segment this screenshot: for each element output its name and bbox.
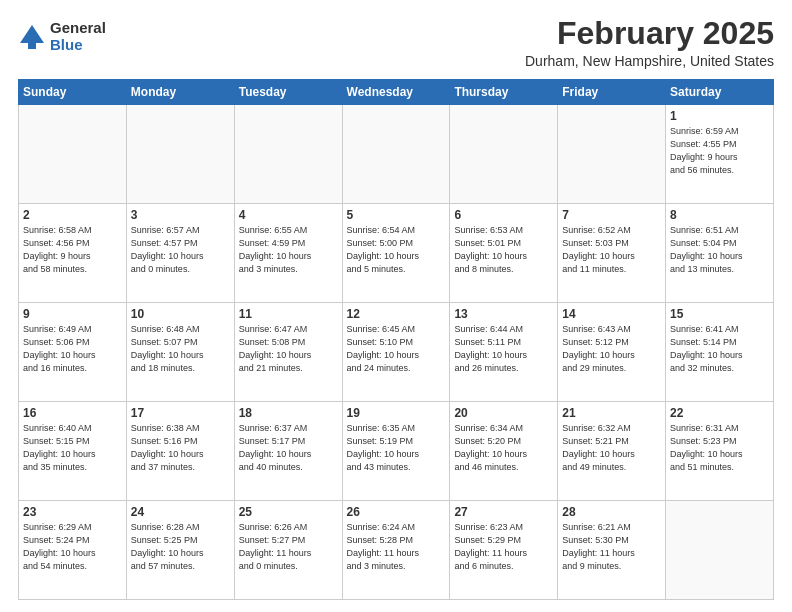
day-info: Sunrise: 6:41 AM Sunset: 5:14 PM Dayligh… — [670, 323, 769, 375]
calendar-week-row: 2Sunrise: 6:58 AM Sunset: 4:56 PM Daylig… — [19, 204, 774, 303]
header: General Blue February 2025 Durham, New H… — [18, 16, 774, 69]
day-info: Sunrise: 6:34 AM Sunset: 5:20 PM Dayligh… — [454, 422, 553, 474]
calendar-cell: 14Sunrise: 6:43 AM Sunset: 5:12 PM Dayli… — [558, 303, 666, 402]
day-number: 18 — [239, 406, 338, 420]
calendar-cell: 11Sunrise: 6:47 AM Sunset: 5:08 PM Dayli… — [234, 303, 342, 402]
calendar-cell: 17Sunrise: 6:38 AM Sunset: 5:16 PM Dayli… — [126, 402, 234, 501]
day-number: 25 — [239, 505, 338, 519]
day-info: Sunrise: 6:26 AM Sunset: 5:27 PM Dayligh… — [239, 521, 338, 573]
calendar-cell: 5Sunrise: 6:54 AM Sunset: 5:00 PM Daylig… — [342, 204, 450, 303]
day-info: Sunrise: 6:24 AM Sunset: 5:28 PM Dayligh… — [347, 521, 446, 573]
logo-general: General — [50, 20, 106, 37]
calendar-cell: 24Sunrise: 6:28 AM Sunset: 5:25 PM Dayli… — [126, 501, 234, 600]
calendar-cell — [234, 105, 342, 204]
calendar-cell: 6Sunrise: 6:53 AM Sunset: 5:01 PM Daylig… — [450, 204, 558, 303]
calendar-week-row: 1Sunrise: 6:59 AM Sunset: 4:55 PM Daylig… — [19, 105, 774, 204]
day-number: 13 — [454, 307, 553, 321]
calendar-cell — [342, 105, 450, 204]
day-number: 4 — [239, 208, 338, 222]
calendar-cell — [450, 105, 558, 204]
calendar-cell: 2Sunrise: 6:58 AM Sunset: 4:56 PM Daylig… — [19, 204, 127, 303]
calendar-cell: 3Sunrise: 6:57 AM Sunset: 4:57 PM Daylig… — [126, 204, 234, 303]
day-number: 6 — [454, 208, 553, 222]
day-number: 10 — [131, 307, 230, 321]
calendar-cell: 8Sunrise: 6:51 AM Sunset: 5:04 PM Daylig… — [666, 204, 774, 303]
calendar-table: SundayMondayTuesdayWednesdayThursdayFrid… — [18, 79, 774, 600]
day-info: Sunrise: 6:55 AM Sunset: 4:59 PM Dayligh… — [239, 224, 338, 276]
calendar-cell: 13Sunrise: 6:44 AM Sunset: 5:11 PM Dayli… — [450, 303, 558, 402]
page: General Blue February 2025 Durham, New H… — [0, 0, 792, 612]
calendar-cell: 25Sunrise: 6:26 AM Sunset: 5:27 PM Dayli… — [234, 501, 342, 600]
calendar-day-header: Sunday — [19, 80, 127, 105]
day-info: Sunrise: 6:58 AM Sunset: 4:56 PM Dayligh… — [23, 224, 122, 276]
location: Durham, New Hampshire, United States — [525, 53, 774, 69]
calendar-cell: 26Sunrise: 6:24 AM Sunset: 5:28 PM Dayli… — [342, 501, 450, 600]
calendar-cell: 20Sunrise: 6:34 AM Sunset: 5:20 PM Dayli… — [450, 402, 558, 501]
day-number: 8 — [670, 208, 769, 222]
calendar-day-header: Friday — [558, 80, 666, 105]
day-info: Sunrise: 6:40 AM Sunset: 5:15 PM Dayligh… — [23, 422, 122, 474]
day-number: 26 — [347, 505, 446, 519]
calendar-cell: 4Sunrise: 6:55 AM Sunset: 4:59 PM Daylig… — [234, 204, 342, 303]
calendar-cell: 21Sunrise: 6:32 AM Sunset: 5:21 PM Dayli… — [558, 402, 666, 501]
day-info: Sunrise: 6:29 AM Sunset: 5:24 PM Dayligh… — [23, 521, 122, 573]
logo-icon — [18, 23, 46, 51]
day-info: Sunrise: 6:32 AM Sunset: 5:21 PM Dayligh… — [562, 422, 661, 474]
day-info: Sunrise: 6:49 AM Sunset: 5:06 PM Dayligh… — [23, 323, 122, 375]
day-number: 22 — [670, 406, 769, 420]
day-number: 20 — [454, 406, 553, 420]
calendar-week-row: 9Sunrise: 6:49 AM Sunset: 5:06 PM Daylig… — [19, 303, 774, 402]
day-number: 23 — [23, 505, 122, 519]
day-number: 28 — [562, 505, 661, 519]
day-number: 16 — [23, 406, 122, 420]
calendar-day-header: Wednesday — [342, 80, 450, 105]
day-info: Sunrise: 6:47 AM Sunset: 5:08 PM Dayligh… — [239, 323, 338, 375]
calendar-day-header: Saturday — [666, 80, 774, 105]
day-info: Sunrise: 6:53 AM Sunset: 5:01 PM Dayligh… — [454, 224, 553, 276]
day-info: Sunrise: 6:35 AM Sunset: 5:19 PM Dayligh… — [347, 422, 446, 474]
logo-text: General Blue — [50, 20, 106, 53]
day-number: 21 — [562, 406, 661, 420]
svg-rect-1 — [28, 43, 36, 49]
day-number: 3 — [131, 208, 230, 222]
calendar-cell: 7Sunrise: 6:52 AM Sunset: 5:03 PM Daylig… — [558, 204, 666, 303]
calendar-cell — [558, 105, 666, 204]
day-number: 14 — [562, 307, 661, 321]
day-number: 27 — [454, 505, 553, 519]
day-number: 17 — [131, 406, 230, 420]
calendar-cell — [126, 105, 234, 204]
day-number: 19 — [347, 406, 446, 420]
day-number: 7 — [562, 208, 661, 222]
day-info: Sunrise: 6:48 AM Sunset: 5:07 PM Dayligh… — [131, 323, 230, 375]
svg-marker-0 — [20, 25, 44, 43]
day-number: 5 — [347, 208, 446, 222]
calendar-cell: 12Sunrise: 6:45 AM Sunset: 5:10 PM Dayli… — [342, 303, 450, 402]
day-info: Sunrise: 6:59 AM Sunset: 4:55 PM Dayligh… — [670, 125, 769, 177]
day-info: Sunrise: 6:38 AM Sunset: 5:16 PM Dayligh… — [131, 422, 230, 474]
calendar-cell: 18Sunrise: 6:37 AM Sunset: 5:17 PM Dayli… — [234, 402, 342, 501]
calendar-cell: 15Sunrise: 6:41 AM Sunset: 5:14 PM Dayli… — [666, 303, 774, 402]
day-info: Sunrise: 6:31 AM Sunset: 5:23 PM Dayligh… — [670, 422, 769, 474]
calendar-day-header: Tuesday — [234, 80, 342, 105]
day-info: Sunrise: 6:28 AM Sunset: 5:25 PM Dayligh… — [131, 521, 230, 573]
day-info: Sunrise: 6:37 AM Sunset: 5:17 PM Dayligh… — [239, 422, 338, 474]
day-info: Sunrise: 6:21 AM Sunset: 5:30 PM Dayligh… — [562, 521, 661, 573]
calendar-cell: 9Sunrise: 6:49 AM Sunset: 5:06 PM Daylig… — [19, 303, 127, 402]
day-info: Sunrise: 6:43 AM Sunset: 5:12 PM Dayligh… — [562, 323, 661, 375]
month-title: February 2025 — [525, 16, 774, 51]
calendar-day-header: Thursday — [450, 80, 558, 105]
day-info: Sunrise: 6:52 AM Sunset: 5:03 PM Dayligh… — [562, 224, 661, 276]
logo-blue: Blue — [50, 37, 106, 54]
calendar-cell: 22Sunrise: 6:31 AM Sunset: 5:23 PM Dayli… — [666, 402, 774, 501]
logo: General Blue — [18, 20, 106, 53]
day-info: Sunrise: 6:51 AM Sunset: 5:04 PM Dayligh… — [670, 224, 769, 276]
day-number: 9 — [23, 307, 122, 321]
day-number: 1 — [670, 109, 769, 123]
title-area: February 2025 Durham, New Hampshire, Uni… — [525, 16, 774, 69]
calendar-cell: 23Sunrise: 6:29 AM Sunset: 5:24 PM Dayli… — [19, 501, 127, 600]
calendar-cell: 10Sunrise: 6:48 AM Sunset: 5:07 PM Dayli… — [126, 303, 234, 402]
calendar-week-row: 16Sunrise: 6:40 AM Sunset: 5:15 PM Dayli… — [19, 402, 774, 501]
day-info: Sunrise: 6:57 AM Sunset: 4:57 PM Dayligh… — [131, 224, 230, 276]
calendar-header-row: SundayMondayTuesdayWednesdayThursdayFrid… — [19, 80, 774, 105]
calendar-cell: 19Sunrise: 6:35 AM Sunset: 5:19 PM Dayli… — [342, 402, 450, 501]
